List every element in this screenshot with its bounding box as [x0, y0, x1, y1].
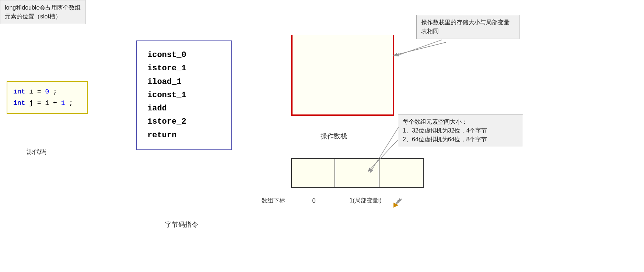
- bc-iconst0: iconst_0: [147, 49, 221, 62]
- annotation-mid: 每个数组元素空间大小：1、32位虚拟机为32位，4个字节2、64位虚拟机为64位…: [398, 114, 523, 147]
- var-j: j = i +: [29, 99, 61, 107]
- index-row: 数组下标 0 1(局部变量i): [262, 197, 395, 205]
- svg-line-3: [396, 40, 442, 56]
- bc-iconst1: iconst_1: [147, 89, 221, 102]
- keyword-int-1: int: [13, 88, 25, 95]
- annotation-bot: long和double会占用两个数组元素的位置（slot槽）: [0, 0, 85, 24]
- number-1: 1: [61, 99, 65, 107]
- annotation-top-text: 操作数栈里的存储大小与局部变量表相同: [421, 19, 510, 34]
- annotation-top: 操作数栈里的存储大小与局部变量表相同: [416, 15, 519, 39]
- code-line-2: int j = i + 1 ;: [13, 98, 81, 109]
- local-var-table: [291, 158, 424, 188]
- operand-stack-box: [291, 35, 394, 116]
- lv-cell-0: [291, 158, 335, 188]
- source-label: 源代码: [27, 147, 46, 156]
- annotation-bot-text: long和double会占用两个数组元素的位置（slot槽）: [5, 4, 81, 20]
- index-0: 0: [292, 198, 336, 204]
- lv-cell-1: [335, 158, 379, 188]
- svg-line-0: [394, 42, 446, 55]
- bc-istore2: istore_2: [147, 115, 221, 128]
- bytecode-box: iconst_0 istore_1 iload_1 iconst_1 iadd …: [136, 40, 232, 150]
- bc-iload1: iload_1: [147, 75, 221, 89]
- annotation-mid-text: 每个数组元素空间大小：1、32位虚拟机为32位，4个字节2、64位虚拟机为64位…: [403, 119, 487, 142]
- bytecode-label: 字节码指令: [165, 220, 198, 229]
- source-code-box: int i = 0 ; int j = i + 1 ;: [7, 81, 88, 114]
- keyword-int-2: int: [13, 99, 25, 107]
- bc-return: return: [147, 129, 221, 142]
- page-container: int i = 0 ; int j = i + 1 ; 源代码 iconst_0…: [0, 0, 644, 272]
- lv-cell-2: [379, 158, 424, 188]
- stack-label: 操作数栈: [321, 132, 347, 141]
- bc-iadd: iadd: [147, 102, 221, 115]
- bc-istore1: istore_1: [147, 62, 221, 75]
- index-title: 数组下标: [262, 197, 285, 205]
- index-1: 1(局部变量i): [336, 197, 395, 205]
- code-line-1: int i = 0 ;: [13, 86, 81, 98]
- number-0: 0: [45, 88, 49, 95]
- cursor-icon: ▶: [393, 201, 399, 209]
- var-i: i =: [29, 88, 45, 95]
